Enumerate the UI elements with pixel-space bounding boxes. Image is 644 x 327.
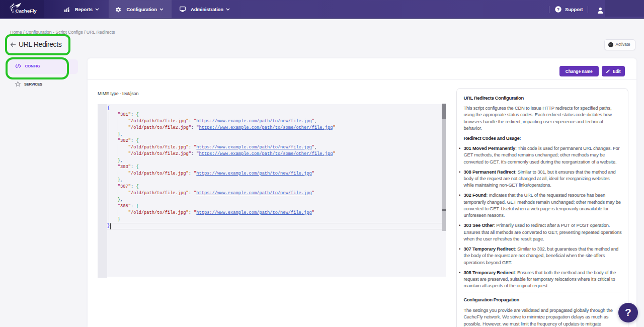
svg-text:CacheFly: CacheFly (16, 8, 37, 14)
svg-text:?: ? (557, 7, 559, 12)
